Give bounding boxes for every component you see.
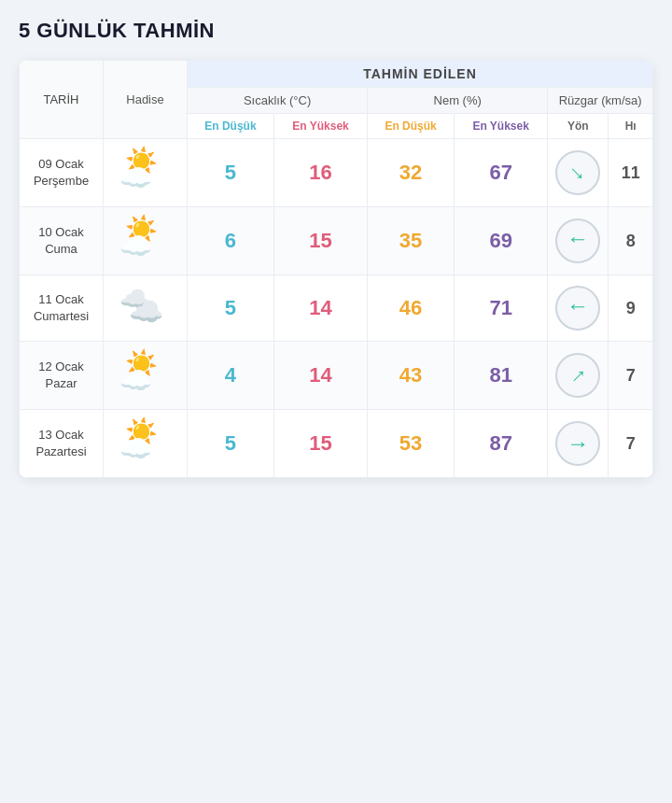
tarih-line1: 10 Ocak [25, 224, 97, 241]
hum-min-cell: 32 [368, 139, 455, 207]
weather-icon: ☀️ ☁️ [119, 217, 172, 265]
wind-arrow-icon: → [561, 156, 595, 190]
hadise-cell: ☀️ ☁️ [104, 410, 188, 478]
hadise-cell: ☀️ ☁️ [104, 207, 188, 275]
wind-circle: → [555, 286, 600, 331]
wind-circle: → [555, 421, 600, 466]
temp-min-cell: 5 [188, 410, 274, 478]
ruzgar-header: Rüzgar (km/sa) [548, 88, 653, 114]
hum-min-cell: 46 [368, 275, 455, 342]
wind-speed-cell: 11 [609, 139, 653, 207]
page-title: 5 GÜNLÜK TAHMİN [19, 19, 653, 43]
hum-min-header: En Düşük [368, 114, 455, 139]
wind-arrow-icon: → [567, 430, 589, 457]
temp-max-cell: 15 [273, 410, 367, 478]
weather-icon: ☀️ ☁️ [119, 351, 172, 400]
wind-circle: → [555, 150, 600, 195]
temp-min-cell: 5 [188, 275, 274, 342]
hiz-header: Hı [609, 114, 653, 139]
wind-arrow-icon: → [567, 228, 589, 254]
tarih-cell: 10 Ocak Cuma [20, 207, 104, 275]
tarih-cell: 11 Ocak Cumartesi [20, 275, 104, 342]
hum-max-header: En Yüksek [455, 114, 548, 139]
tarih-cell: 13 Ocak Pazartesi [20, 410, 104, 478]
sicaklik-header: Sıcaklık (°C) [188, 88, 368, 114]
wind-circle: → [555, 218, 600, 263]
tarih-line1: 09 Ocak [25, 156, 97, 173]
wind-arrow-icon: → [567, 295, 589, 321]
wind-dir-cell: → [548, 342, 609, 410]
tarih-line1: 13 Ocak [25, 427, 97, 444]
hadise-cell: ☁️ ☁️ [104, 275, 188, 342]
temp-min-cell: 6 [188, 207, 274, 275]
weather-icon: ☀️ ☁️ [119, 419, 172, 468]
wind-dir-cell: → [548, 275, 609, 342]
temp-max-cell: 15 [273, 207, 367, 275]
wind-dir-cell: → [548, 410, 609, 478]
wind-circle: → [555, 353, 600, 398]
temp-max-cell: 16 [273, 139, 367, 207]
hadise-header: Hadise [104, 61, 188, 139]
hadise-cell: ☀️ ☁️ [104, 342, 188, 410]
tarih-line1: 12 Ocak [25, 359, 97, 375]
tahmin-edilen-header: TAHMİN EDİLEN [188, 61, 653, 88]
table-row: 12 Ocak Pazar ☀️ ☁️ 4 14 43 81 → 7 [20, 342, 653, 410]
hadise-cell: ☀️ ☁️ [104, 139, 188, 207]
hum-max-cell: 69 [455, 207, 548, 275]
hum-min-cell: 35 [368, 207, 455, 275]
hum-max-cell: 71 [455, 275, 548, 342]
hum-min-cell: 53 [368, 410, 455, 478]
temp-min-cell: 4 [188, 342, 274, 410]
tarih-line1: 11 Ocak [25, 291, 97, 308]
temp-max-cell: 14 [273, 342, 367, 410]
weather-table: TARİH Hadise TAHMİN EDİLEN Sıcaklık (°C)… [19, 60, 653, 478]
hum-max-cell: 87 [455, 410, 548, 478]
tarih-line2: Cuma [25, 241, 97, 258]
weather-icon: ☁️ ☁️ [118, 285, 174, 331]
temp-max-header: En Yüksek [273, 114, 367, 139]
tarih-cell: 12 Ocak Pazar [20, 342, 104, 410]
wind-dir-cell: → [548, 207, 609, 275]
yon-header: Yön [548, 114, 609, 139]
table-row: 11 Ocak Cumartesi ☁️ ☁️ 5 14 46 71 → 9 [20, 275, 653, 342]
temp-min-cell: 5 [188, 139, 274, 207]
wind-dir-cell: → [548, 139, 609, 207]
wind-arrow-icon: → [561, 359, 595, 393]
tarih-line2: Pazartesi [25, 444, 97, 460]
table-row: 13 Ocak Pazartesi ☀️ ☁️ 5 15 53 87 → 7 [20, 410, 653, 478]
tarih-line2: Pazar [25, 375, 97, 392]
weather-icon: ☀️ ☁️ [119, 148, 172, 197]
tarih-header: TARİH [20, 61, 104, 139]
temp-max-cell: 14 [273, 275, 367, 342]
hum-max-cell: 67 [455, 139, 548, 207]
tarih-cell: 09 Ocak Perşembe [20, 139, 104, 207]
tarih-line2: Perşembe [25, 173, 97, 190]
hum-min-cell: 43 [368, 342, 455, 410]
table-row: 09 Ocak Perşembe ☀️ ☁️ 5 16 32 67 → 11 [20, 139, 653, 207]
tarih-line2: Cumartesi [25, 308, 97, 325]
temp-min-header: En Düşük [188, 114, 274, 139]
wind-speed-cell: 8 [609, 207, 653, 275]
wind-speed-cell: 7 [609, 342, 653, 410]
hum-max-cell: 81 [455, 342, 548, 410]
wind-speed-cell: 7 [609, 410, 653, 478]
nem-header: Nem (%) [368, 88, 548, 114]
table-row: 10 Ocak Cuma ☀️ ☁️ 6 15 35 69 → 8 [20, 207, 653, 275]
wind-speed-cell: 9 [609, 275, 653, 342]
